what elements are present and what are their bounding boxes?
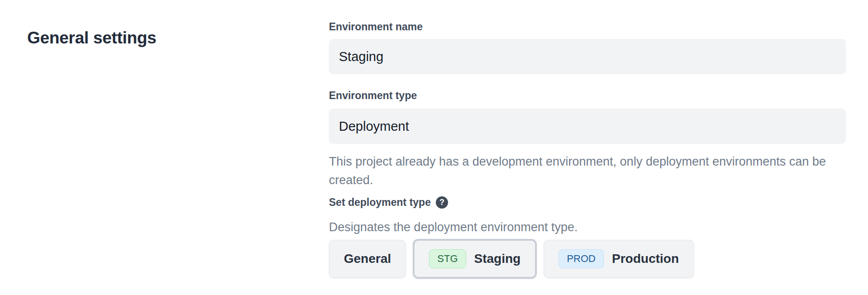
deployment-type-options: General STG Staging PROD Production — [329, 239, 694, 279]
staging-badge: STG — [429, 249, 466, 268]
environment-type-input[interactable] — [329, 109, 846, 144]
environment-type-helper-text: This project already has a development e… — [329, 152, 846, 190]
set-deployment-type-label: Set deployment type — [329, 196, 431, 209]
settings-form: Environment name Environment type This p… — [329, 0, 846, 295]
environment-type-label: Environment type — [329, 90, 417, 102]
production-badge: PROD — [559, 249, 604, 268]
deployment-type-option-staging[interactable]: STG Staging — [413, 239, 537, 279]
environment-name-input[interactable] — [329, 39, 846, 74]
deployment-type-option-label: Production — [612, 252, 679, 266]
page-title: General settings — [27, 29, 156, 48]
deployment-type-description: Designates the deployment environment ty… — [329, 220, 578, 234]
deployment-type-option-production[interactable]: PROD Production — [544, 240, 694, 278]
deployment-type-option-label: General — [344, 252, 391, 266]
environment-name-label: Environment name — [329, 21, 423, 33]
deployment-type-option-general[interactable]: General — [329, 240, 406, 278]
deployment-type-option-label: Staging — [474, 252, 521, 266]
question-mark-icon[interactable]: ? — [436, 196, 448, 209]
